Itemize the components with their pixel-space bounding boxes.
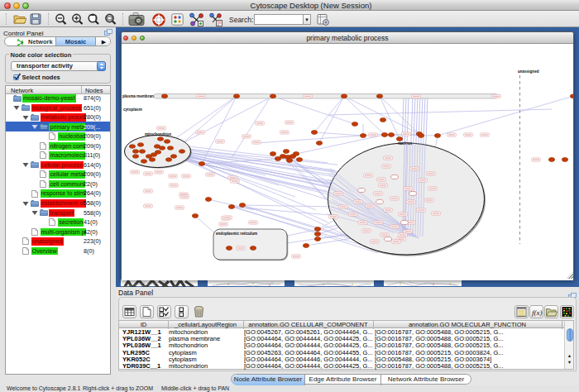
svg-text:f(x): f(x) [532, 308, 543, 317]
svg-text:mitochondrion: mitochondrion [145, 132, 171, 136]
svg-text:cytoplasm: cytoplasm [123, 108, 142, 112]
svg-text:endoplasmic reticulum: endoplasmic reticulum [216, 232, 257, 236]
svg-text:unassigned: unassigned [518, 69, 539, 74]
svg-text:plasma membrane: plasma membrane [122, 94, 156, 98]
